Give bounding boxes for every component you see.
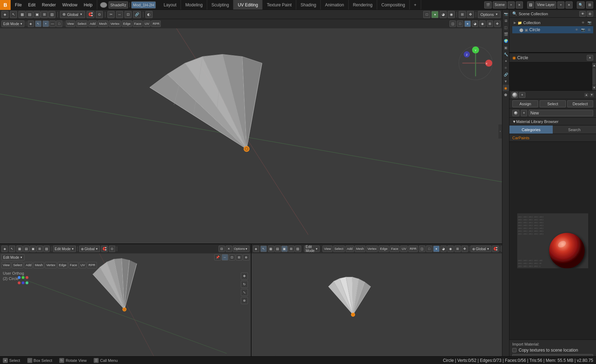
material-browse-btn[interactable] [512, 110, 519, 116]
br-box2[interactable]: ▤ [275, 246, 281, 252]
toolbar-select-icon[interactable]: ↖ [10, 11, 17, 18]
bl-box5[interactable]: ▨ [43, 246, 50, 252]
stretch-btn[interactable]: ⊡ [125, 11, 132, 18]
slot-add-btn[interactable]: + [519, 92, 525, 98]
prop-icon-shaderfx[interactable]: ⬟ [503, 91, 509, 98]
toolbar-box4[interactable]: ⊞ [41, 11, 48, 18]
vp-mode-wire[interactable]: □ [457, 21, 463, 27]
bl-box4[interactable]: ⊞ [37, 246, 43, 252]
bl-tool-scale[interactable]: ⤡ [241, 289, 248, 296]
material-new-btn[interactable]: New [529, 110, 593, 116]
menu-edit[interactable]: Edit [25, 0, 38, 10]
prop-icon-scene[interactable]: 🎬 [503, 31, 509, 37]
bl-editmode-dropdown[interactable]: Edit Mode▼ [1, 254, 24, 261]
select-mat-btn[interactable]: Select [540, 100, 565, 107]
shading-btn[interactable]: ShadeRz [109, 1, 128, 9]
prop-icon-physics[interactable]: ⚛ [503, 65, 509, 71]
tab-texture-paint[interactable]: Texture Paint [263, 0, 296, 10]
collection-item-circle[interactable]: ⬤ ▣ Circle 👁 📷 ⊞ [512, 26, 593, 33]
bl-pivot-dropdown[interactable]: ⊕Global▼ [79, 246, 100, 252]
scene-del-btn[interactable]: ✕ [516, 1, 523, 9]
deselect-mat-btn[interactable]: Deselect [567, 100, 593, 107]
bl-menu-face[interactable]: Face [68, 262, 78, 268]
viewlayer-icon-btn[interactable]: 🖼 [527, 1, 534, 9]
br-solid[interactable]: ● [433, 246, 440, 252]
br-pivot[interactable]: ⊕Global▼ [470, 246, 491, 252]
br-wire[interactable]: □ [426, 246, 432, 252]
bl-menu-view[interactable]: View [1, 262, 11, 268]
bl-select-icon[interactable]: ↖ [9, 246, 15, 252]
vp-menu-uv[interactable]: UV [143, 21, 151, 27]
prop-icon-world[interactable]: 🌍 [503, 38, 509, 44]
br-box5[interactable]: ▨ [295, 246, 301, 252]
br-menu-view[interactable]: View [322, 246, 332, 252]
outliner-filter[interactable]: ⊞ [587, 11, 593, 17]
menu-help[interactable]: Help [81, 0, 95, 10]
vp-menu-mesh[interactable]: Mesh [98, 21, 108, 27]
bl-uv-sync[interactable]: ↔ [222, 254, 228, 261]
vp-vert-mode[interactable]: • [43, 21, 49, 27]
vp-mode-render[interactable]: ◉ [479, 21, 486, 27]
br-menu-vertex[interactable]: Vertex [366, 246, 378, 252]
br-overlay[interactable]: ⊞ [454, 246, 461, 252]
vp-menu-view[interactable]: View [66, 21, 75, 27]
shading-render-btn[interactable]: ◉ [448, 11, 455, 18]
menu-file[interactable]: File [12, 0, 24, 10]
scene-icon-btn[interactable]: 🎬 [484, 1, 492, 9]
slot-scroll-down[interactable]: ▼ [592, 85, 596, 90]
toolbar-box5[interactable]: ▨ [48, 11, 55, 18]
vp-xray-btn[interactable]: ◫ [449, 21, 456, 27]
tab-search[interactable]: Search [553, 125, 596, 134]
vp-menu-face[interactable]: Face [133, 21, 143, 27]
br-menu-face[interactable]: Face [390, 246, 399, 252]
filter-btn[interactable]: ⊞ [586, 1, 593, 9]
vp-overlay-top[interactable]: ⊞ [487, 21, 493, 27]
br-xray[interactable]: ◫ [419, 246, 425, 252]
prop-icon-constraints[interactable]: 🔗 [503, 71, 509, 78]
vp-menu-rpr[interactable]: RPR [151, 21, 161, 27]
file-name-btn[interactable]: Mod_1H-2H [131, 1, 156, 9]
bl-tool-cursor[interactable]: ⊕ [241, 297, 248, 304]
scene-new-btn[interactable]: + [508, 1, 515, 9]
tab-uv-editing[interactable]: UV Editing [233, 0, 263, 10]
bl-menu-edge[interactable]: Edge [57, 262, 68, 268]
prop-icon-view[interactable]: ◫ [503, 24, 509, 30]
viewlayer-new-btn[interactable]: + [557, 1, 564, 9]
br-mode-dropdown[interactable]: Edit Mode▼ [304, 246, 320, 252]
vp-gizmo-top[interactable]: ✥ [494, 21, 501, 27]
bl-menu-select[interactable]: Select [12, 262, 23, 268]
bl-menu-add[interactable]: Add [24, 262, 33, 268]
prop-icon-render[interactable]: 📷 [503, 11, 509, 17]
tab-rendering[interactable]: Rendering [349, 0, 377, 10]
slot-down-arrow[interactable]: ▼ [590, 93, 594, 97]
clip-btn[interactable]: ✂ [107, 11, 115, 18]
pivot-dropdown-top[interactable]: ⊕Global▼ [60, 11, 85, 18]
vp-mode-mat[interactable]: ◕ [472, 21, 478, 27]
circle-cam[interactable]: 📷 [580, 27, 585, 32]
bl-box1[interactable]: ▦ [16, 246, 23, 252]
prop-icon-data[interactable]: ▼ [503, 78, 509, 84]
tab-add[interactable]: + [410, 0, 421, 10]
uv-sync-btn[interactable]: ↔ [116, 11, 123, 18]
toolbar-box3[interactable]: ▣ [33, 11, 40, 18]
bl-mode-icon[interactable]: ◈ [1, 246, 8, 252]
bl-snap[interactable]: 🧲 [101, 246, 108, 252]
proportional-btn[interactable]: ⊙ [96, 11, 103, 18]
br-menu-edge[interactable]: Edge [379, 246, 389, 252]
vp-menu-vertex[interactable]: Vertex [109, 21, 121, 27]
vp-select-top2[interactable]: ↖ [35, 21, 42, 27]
bl-menu-uv[interactable]: UV [79, 262, 87, 268]
scene-name-btn[interactable]: Scene [493, 1, 506, 9]
bl-menu-rpr[interactable]: RPR [87, 262, 96, 268]
tab-modeling[interactable]: Modeling [181, 0, 207, 10]
tab-animation[interactable]: Animation [321, 0, 348, 10]
bl-tool-move[interactable]: ✥ [241, 273, 248, 280]
mirror-x-btn[interactable]: ◐ [145, 11, 153, 18]
br-icon1[interactable]: ◈ [253, 246, 259, 252]
br-box4[interactable]: ⊞ [288, 246, 294, 252]
overlay-btn[interactable]: ⊞ [459, 11, 466, 18]
menu-window[interactable]: Window [59, 0, 80, 10]
br-menu-mesh[interactable]: Mesh [355, 246, 365, 252]
vp-select-top[interactable]: ◈ [28, 21, 34, 27]
sidebar-collapse-btn[interactable]: ‹ [498, 124, 502, 139]
